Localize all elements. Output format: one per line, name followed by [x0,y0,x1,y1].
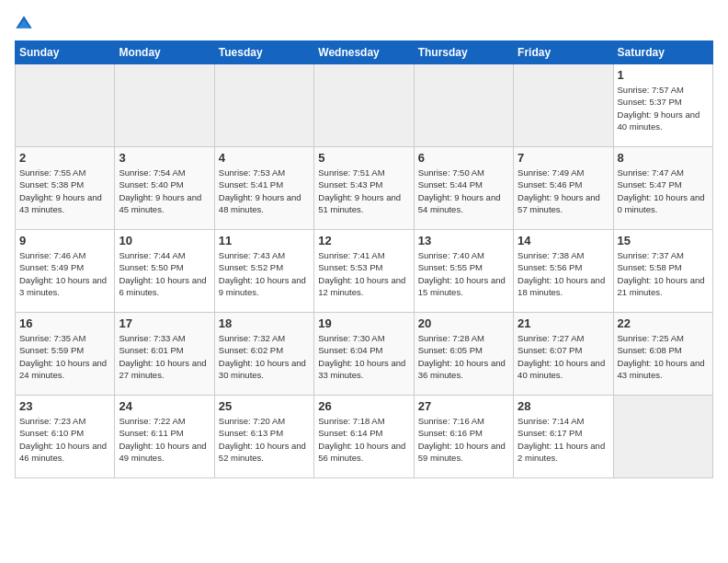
day-number: 27 [418,399,509,413]
weekday-header-tuesday: Tuesday [214,41,313,64]
calendar-cell: 19Sunrise: 7:30 AM Sunset: 6:04 PM Dayli… [314,313,414,396]
calendar-table: SundayMondayTuesdayWednesdayThursdayFrid… [15,40,713,478]
calendar-cell: 25Sunrise: 7:20 AM Sunset: 6:13 PM Dayli… [214,396,313,478]
week-row-1: 1Sunrise: 7:57 AM Sunset: 5:37 PM Daylig… [16,64,713,147]
day-number: 20 [418,316,509,330]
day-info: Sunrise: 7:35 AM Sunset: 5:59 PM Dayligh… [19,332,110,381]
day-info: Sunrise: 7:41 AM Sunset: 5:53 PM Dayligh… [318,249,409,298]
day-number: 24 [119,399,210,413]
day-info: Sunrise: 7:49 AM Sunset: 5:46 PM Dayligh… [518,167,609,215]
day-info: Sunrise: 7:43 AM Sunset: 5:52 PM Dayligh… [219,249,310,298]
day-info: Sunrise: 7:38 AM Sunset: 5:56 PM Dayligh… [518,249,609,298]
day-info: Sunrise: 7:28 AM Sunset: 6:05 PM Dayligh… [418,332,509,381]
logo [15,15,37,33]
weekday-header-row: SundayMondayTuesdayWednesdayThursdayFrid… [16,41,713,64]
calendar-cell: 3Sunrise: 7:54 AM Sunset: 5:40 PM Daylig… [115,147,214,230]
day-number: 2 [19,151,110,165]
week-row-3: 9Sunrise: 7:46 AM Sunset: 5:49 PM Daylig… [16,230,713,313]
weekday-header-saturday: Saturday [613,41,712,64]
calendar-cell: 21Sunrise: 7:27 AM Sunset: 6:07 PM Dayli… [514,313,613,396]
page-container: SundayMondayTuesdayWednesdayThursdayFrid… [15,15,713,478]
weekday-header-wednesday: Wednesday [314,41,414,64]
calendar-cell: 12Sunrise: 7:41 AM Sunset: 5:53 PM Dayli… [314,230,414,313]
calendar-cell: 13Sunrise: 7:40 AM Sunset: 5:55 PM Dayli… [414,230,513,313]
day-number: 23 [19,399,110,413]
calendar-cell: 22Sunrise: 7:25 AM Sunset: 6:08 PM Dayli… [613,313,712,396]
day-number: 25 [219,399,310,413]
week-row-4: 16Sunrise: 7:35 AM Sunset: 5:59 PM Dayli… [16,313,713,396]
calendar-cell: 18Sunrise: 7:32 AM Sunset: 6:02 PM Dayli… [214,313,313,396]
day-number: 19 [318,316,409,330]
calendar-cell: 20Sunrise: 7:28 AM Sunset: 6:05 PM Dayli… [414,313,513,396]
day-number: 8 [618,151,709,165]
day-number: 5 [318,151,409,165]
week-row-5: 23Sunrise: 7:23 AM Sunset: 6:10 PM Dayli… [16,396,713,478]
day-number: 13 [418,234,509,247]
logo-icon [15,15,33,33]
calendar-cell: 5Sunrise: 7:51 AM Sunset: 5:43 PM Daylig… [314,147,414,230]
day-number: 14 [518,234,609,247]
calendar-cell: 14Sunrise: 7:38 AM Sunset: 5:56 PM Dayli… [514,230,613,313]
day-info: Sunrise: 7:16 AM Sunset: 6:16 PM Dayligh… [418,415,509,464]
calendar-cell [613,396,712,478]
day-number: 12 [318,234,409,247]
day-number: 6 [418,151,509,165]
calendar-cell: 28Sunrise: 7:14 AM Sunset: 6:17 PM Dayli… [514,396,613,478]
day-info: Sunrise: 7:32 AM Sunset: 6:02 PM Dayligh… [219,332,310,381]
week-row-2: 2Sunrise: 7:55 AM Sunset: 5:38 PM Daylig… [16,147,713,230]
day-info: Sunrise: 7:25 AM Sunset: 6:08 PM Dayligh… [618,332,709,381]
day-number: 10 [119,234,210,247]
calendar-cell: 23Sunrise: 7:23 AM Sunset: 6:10 PM Dayli… [16,396,115,478]
calendar-cell: 10Sunrise: 7:44 AM Sunset: 5:50 PM Dayli… [115,230,214,313]
day-number: 18 [219,316,310,330]
day-info: Sunrise: 7:40 AM Sunset: 5:55 PM Dayligh… [418,249,509,298]
day-info: Sunrise: 7:23 AM Sunset: 6:10 PM Dayligh… [19,415,110,464]
day-info: Sunrise: 7:27 AM Sunset: 6:07 PM Dayligh… [518,332,609,381]
day-info: Sunrise: 7:30 AM Sunset: 6:04 PM Dayligh… [318,332,409,381]
calendar-cell [314,64,414,147]
day-number: 15 [618,234,709,247]
day-info: Sunrise: 7:51 AM Sunset: 5:43 PM Dayligh… [318,167,409,215]
day-info: Sunrise: 7:18 AM Sunset: 6:14 PM Dayligh… [318,415,409,464]
day-number: 21 [518,316,609,330]
day-number: 28 [518,399,609,413]
calendar-cell [214,64,313,147]
day-info: Sunrise: 7:50 AM Sunset: 5:44 PM Dayligh… [418,167,509,215]
day-number: 22 [618,316,709,330]
weekday-header-thursday: Thursday [414,41,513,64]
day-number: 17 [119,316,210,330]
calendar-cell: 2Sunrise: 7:55 AM Sunset: 5:38 PM Daylig… [16,147,115,230]
day-info: Sunrise: 7:44 AM Sunset: 5:50 PM Dayligh… [119,249,210,298]
calendar-cell: 17Sunrise: 7:33 AM Sunset: 6:01 PM Dayli… [115,313,214,396]
day-info: Sunrise: 7:55 AM Sunset: 5:38 PM Dayligh… [19,167,110,215]
calendar-cell: 9Sunrise: 7:46 AM Sunset: 5:49 PM Daylig… [16,230,115,313]
calendar-cell [115,64,214,147]
calendar-cell: 6Sunrise: 7:50 AM Sunset: 5:44 PM Daylig… [414,147,513,230]
calendar-cell: 4Sunrise: 7:53 AM Sunset: 5:41 PM Daylig… [214,147,313,230]
day-number: 7 [518,151,609,165]
day-number: 26 [318,399,409,413]
day-info: Sunrise: 7:53 AM Sunset: 5:41 PM Dayligh… [219,167,310,215]
day-info: Sunrise: 7:54 AM Sunset: 5:40 PM Dayligh… [119,167,210,215]
weekday-header-friday: Friday [514,41,613,64]
day-info: Sunrise: 7:47 AM Sunset: 5:47 PM Dayligh… [618,167,709,215]
day-number: 1 [618,68,709,82]
calendar-cell [514,64,613,147]
calendar-cell: 24Sunrise: 7:22 AM Sunset: 6:11 PM Dayli… [115,396,214,478]
day-info: Sunrise: 7:37 AM Sunset: 5:58 PM Dayligh… [618,249,709,298]
day-info: Sunrise: 7:57 AM Sunset: 5:37 PM Dayligh… [618,84,709,132]
day-info: Sunrise: 7:22 AM Sunset: 6:11 PM Dayligh… [119,415,210,464]
calendar-cell [16,64,115,147]
calendar-cell: 8Sunrise: 7:47 AM Sunset: 5:47 PM Daylig… [613,147,712,230]
day-number: 3 [119,151,210,165]
day-number: 9 [19,234,110,247]
header [15,15,713,33]
calendar-cell: 26Sunrise: 7:18 AM Sunset: 6:14 PM Dayli… [314,396,414,478]
calendar-cell: 27Sunrise: 7:16 AM Sunset: 6:16 PM Dayli… [414,396,513,478]
day-info: Sunrise: 7:20 AM Sunset: 6:13 PM Dayligh… [219,415,310,464]
calendar-cell: 16Sunrise: 7:35 AM Sunset: 5:59 PM Dayli… [16,313,115,396]
calendar-cell: 11Sunrise: 7:43 AM Sunset: 5:52 PM Dayli… [214,230,313,313]
weekday-header-sunday: Sunday [16,41,115,64]
day-info: Sunrise: 7:46 AM Sunset: 5:49 PM Dayligh… [19,249,110,298]
calendar-cell: 1Sunrise: 7:57 AM Sunset: 5:37 PM Daylig… [613,64,712,147]
